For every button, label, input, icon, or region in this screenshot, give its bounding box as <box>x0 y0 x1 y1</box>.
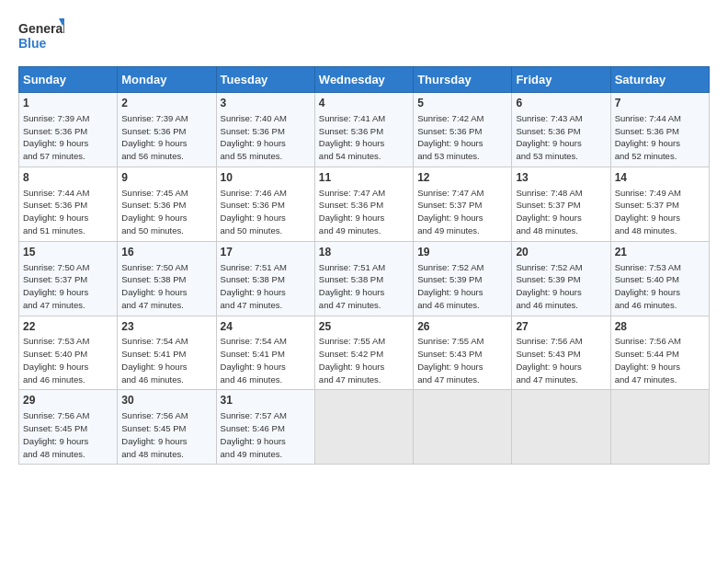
day-number: 20 <box>516 245 606 260</box>
day-info: Sunrise: 7:53 AM Sunset: 5:40 PM Dayligh… <box>615 261 705 312</box>
day-number: 24 <box>221 319 311 335</box>
day-number: 10 <box>221 170 311 186</box>
day-cell: 4Sunrise: 7:41 AM Sunset: 5:36 PM Daylig… <box>314 93 413 167</box>
week-row-3: 15Sunrise: 7:50 AM Sunset: 5:37 PM Dayli… <box>19 241 710 316</box>
day-info: Sunrise: 7:56 AM Sunset: 5:45 PM Dayligh… <box>121 409 211 460</box>
day-info: Sunrise: 7:56 AM Sunset: 5:44 PM Dayligh… <box>615 335 705 385</box>
day-info: Sunrise: 7:56 AM Sunset: 5:43 PM Dayligh… <box>516 335 606 385</box>
day-cell: 3Sunrise: 7:40 AM Sunset: 5:36 PM Daylig… <box>216 93 314 167</box>
day-info: Sunrise: 7:48 AM Sunset: 5:37 PM Dayligh… <box>516 187 606 237</box>
day-number: 3 <box>221 96 311 111</box>
day-info: Sunrise: 7:52 AM Sunset: 5:39 PM Dayligh… <box>516 261 606 312</box>
logo: General Blue <box>18 17 64 55</box>
day-cell: 16Sunrise: 7:50 AM Sunset: 5:38 PM Dayli… <box>118 241 216 316</box>
day-number: 25 <box>319 319 409 335</box>
day-cell: 31Sunrise: 7:57 AM Sunset: 5:46 PM Dayli… <box>216 390 314 465</box>
day-number: 11 <box>319 170 409 186</box>
day-number: 16 <box>121 245 211 260</box>
header-cell-sunday: Sunday <box>19 67 118 93</box>
day-number: 15 <box>23 245 113 260</box>
header-cell-monday: Monday <box>118 67 216 93</box>
day-cell: 6Sunrise: 7:43 AM Sunset: 5:36 PM Daylig… <box>512 93 610 167</box>
day-number: 22 <box>23 319 113 335</box>
day-info: Sunrise: 7:50 AM Sunset: 5:38 PM Dayligh… <box>121 261 211 312</box>
day-number: 19 <box>417 245 507 260</box>
day-info: Sunrise: 7:51 AM Sunset: 5:38 PM Dayligh… <box>221 261 311 312</box>
calendar-body: 1Sunrise: 7:39 AM Sunset: 5:36 PM Daylig… <box>19 93 710 465</box>
day-number: 2 <box>121 96 211 111</box>
day-cell: 28Sunrise: 7:56 AM Sunset: 5:44 PM Dayli… <box>610 316 709 390</box>
day-number: 26 <box>417 319 507 335</box>
day-info: Sunrise: 7:45 AM Sunset: 5:36 PM Dayligh… <box>121 187 211 237</box>
calendar-table: SundayMondayTuesdayWednesdayThursdayFrid… <box>18 66 710 465</box>
day-info: Sunrise: 7:47 AM Sunset: 5:36 PM Dayligh… <box>319 187 409 237</box>
day-number: 27 <box>516 319 606 335</box>
header-cell-thursday: Thursday <box>414 67 512 93</box>
day-cell: 5Sunrise: 7:42 AM Sunset: 5:36 PM Daylig… <box>414 93 512 167</box>
page-container: General Blue SundayMondayTuesdayWednesda… <box>0 0 728 474</box>
day-info: Sunrise: 7:44 AM Sunset: 5:36 PM Dayligh… <box>615 112 705 163</box>
day-cell <box>314 390 413 465</box>
day-cell: 17Sunrise: 7:51 AM Sunset: 5:38 PM Dayli… <box>216 241 314 316</box>
day-info: Sunrise: 7:46 AM Sunset: 5:36 PM Dayligh… <box>221 187 311 237</box>
header-cell-tuesday: Tuesday <box>216 67 314 93</box>
header-cell-saturday: Saturday <box>610 67 709 93</box>
day-cell: 15Sunrise: 7:50 AM Sunset: 5:37 PM Dayli… <box>19 241 118 316</box>
day-info: Sunrise: 7:39 AM Sunset: 5:36 PM Dayligh… <box>23 112 113 163</box>
day-info: Sunrise: 7:49 AM Sunset: 5:37 PM Dayligh… <box>615 187 705 237</box>
header: General Blue <box>18 17 710 55</box>
day-cell: 10Sunrise: 7:46 AM Sunset: 5:36 PM Dayli… <box>216 167 314 241</box>
day-info: Sunrise: 7:42 AM Sunset: 5:36 PM Dayligh… <box>417 112 507 163</box>
day-cell: 20Sunrise: 7:52 AM Sunset: 5:39 PM Dayli… <box>512 241 610 316</box>
week-row-2: 8Sunrise: 7:44 AM Sunset: 5:36 PM Daylig… <box>19 167 710 241</box>
day-number: 28 <box>615 319 705 335</box>
week-row-1: 1Sunrise: 7:39 AM Sunset: 5:36 PM Daylig… <box>19 93 710 167</box>
day-cell: 19Sunrise: 7:52 AM Sunset: 5:39 PM Dayli… <box>414 241 512 316</box>
day-cell: 29Sunrise: 7:56 AM Sunset: 5:45 PM Dayli… <box>19 390 118 465</box>
day-cell: 9Sunrise: 7:45 AM Sunset: 5:36 PM Daylig… <box>118 167 216 241</box>
logo-svg: General Blue <box>18 17 64 55</box>
day-cell: 11Sunrise: 7:47 AM Sunset: 5:36 PM Dayli… <box>314 167 413 241</box>
day-info: Sunrise: 7:41 AM Sunset: 5:36 PM Dayligh… <box>319 112 409 163</box>
day-cell: 1Sunrise: 7:39 AM Sunset: 5:36 PM Daylig… <box>19 93 118 167</box>
day-cell: 8Sunrise: 7:44 AM Sunset: 5:36 PM Daylig… <box>19 167 118 241</box>
day-cell: 24Sunrise: 7:54 AM Sunset: 5:41 PM Dayli… <box>216 316 314 390</box>
day-cell: 27Sunrise: 7:56 AM Sunset: 5:43 PM Dayli… <box>512 316 610 390</box>
day-number: 6 <box>516 96 606 111</box>
day-info: Sunrise: 7:47 AM Sunset: 5:37 PM Dayligh… <box>417 187 507 237</box>
day-number: 7 <box>615 96 705 111</box>
day-info: Sunrise: 7:51 AM Sunset: 5:38 PM Dayligh… <box>319 261 409 312</box>
day-info: Sunrise: 7:44 AM Sunset: 5:36 PM Dayligh… <box>23 187 113 237</box>
day-info: Sunrise: 7:56 AM Sunset: 5:45 PM Dayligh… <box>23 409 113 460</box>
day-cell: 12Sunrise: 7:47 AM Sunset: 5:37 PM Dayli… <box>414 167 512 241</box>
day-cell: 13Sunrise: 7:48 AM Sunset: 5:37 PM Dayli… <box>512 167 610 241</box>
day-info: Sunrise: 7:55 AM Sunset: 5:43 PM Dayligh… <box>417 335 507 385</box>
day-number: 29 <box>23 393 113 408</box>
day-cell <box>610 390 709 465</box>
day-info: Sunrise: 7:55 AM Sunset: 5:42 PM Dayligh… <box>319 335 409 385</box>
day-cell: 14Sunrise: 7:49 AM Sunset: 5:37 PM Dayli… <box>610 167 709 241</box>
week-row-4: 22Sunrise: 7:53 AM Sunset: 5:40 PM Dayli… <box>19 316 710 390</box>
day-cell <box>512 390 610 465</box>
day-info: Sunrise: 7:43 AM Sunset: 5:36 PM Dayligh… <box>516 112 606 163</box>
day-cell: 7Sunrise: 7:44 AM Sunset: 5:36 PM Daylig… <box>610 93 709 167</box>
day-info: Sunrise: 7:54 AM Sunset: 5:41 PM Dayligh… <box>221 335 311 385</box>
header-row: SundayMondayTuesdayWednesdayThursdayFrid… <box>19 67 710 93</box>
day-number: 14 <box>615 170 705 186</box>
day-info: Sunrise: 7:52 AM Sunset: 5:39 PM Dayligh… <box>417 261 507 312</box>
day-number: 12 <box>417 170 507 186</box>
day-number: 21 <box>615 245 705 260</box>
week-row-5: 29Sunrise: 7:56 AM Sunset: 5:45 PM Dayli… <box>19 390 710 465</box>
day-number: 23 <box>121 319 211 335</box>
day-info: Sunrise: 7:40 AM Sunset: 5:36 PM Dayligh… <box>221 112 311 163</box>
day-info: Sunrise: 7:57 AM Sunset: 5:46 PM Dayligh… <box>221 409 311 460</box>
calendar-header: SundayMondayTuesdayWednesdayThursdayFrid… <box>19 67 710 93</box>
header-cell-wednesday: Wednesday <box>314 67 413 93</box>
day-cell: 18Sunrise: 7:51 AM Sunset: 5:38 PM Dayli… <box>314 241 413 316</box>
day-cell: 22Sunrise: 7:53 AM Sunset: 5:40 PM Dayli… <box>19 316 118 390</box>
day-cell: 30Sunrise: 7:56 AM Sunset: 5:45 PM Dayli… <box>118 390 216 465</box>
day-number: 5 <box>417 96 507 111</box>
day-number: 31 <box>221 393 311 408</box>
day-number: 4 <box>319 96 409 111</box>
day-number: 30 <box>121 393 211 408</box>
